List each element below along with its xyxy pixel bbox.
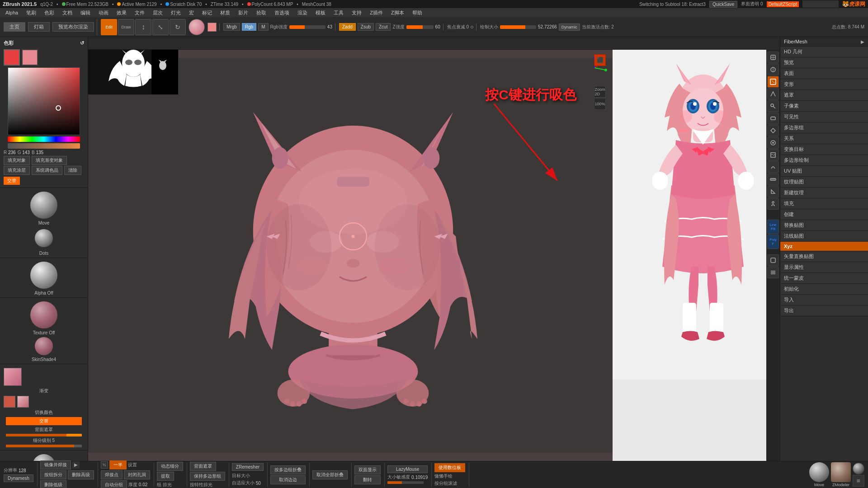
mrgb-button[interactable]: Mrgb [223,23,240,31]
tab-lightbox[interactable]: 灯箱 [28,22,50,32]
menu-layer[interactable]: 层次 [149,9,166,17]
menu-effects[interactable]: 效果 [113,9,130,17]
move-tool-sphere[interactable] [809,462,829,482]
auto-sub-btn[interactable]: 自动分组 [101,480,127,488]
bg-filter-slider[interactable] [6,434,81,436]
dynamic-button[interactable]: Dynamic [559,23,580,31]
model-viewport[interactable]: 按C键进行吸色 [88,50,613,461]
menu-movie[interactable]: 影片 [235,9,252,17]
menu-render[interactable]: 渲染 [294,9,311,17]
display-attrs-btn[interactable]: 显示属性 [780,262,868,273]
menu-zplugin[interactable]: Z插件 [366,9,387,17]
dynamic-sub-btn[interactable]: 动态细分 [157,462,183,471]
quicksave-button[interactable]: QuickSave [709,1,737,8]
fill-gradient-button[interactable]: 填充渐变对象 [32,156,67,165]
tool-rt-7[interactable] [767,125,779,136]
delete-low-btn[interactable]: 删除低级 [40,480,66,488]
zadd-button[interactable]: Zadd [339,23,356,31]
menu-brush[interactable]: 笔刷 [23,9,40,17]
texture-map-btn[interactable]: 纹理贴图 [780,177,868,188]
mirror-collapse-btn[interactable]: ▶ [72,461,80,469]
rotate-button[interactable]: ↻ [170,19,186,35]
menu-zscript[interactable]: Z脚本 [387,9,408,17]
keep-multi-btn[interactable]: 保持多边形组 [190,472,225,481]
zoom-button[interactable]: ⬛ [594,54,606,66]
hue-slider[interactable] [8,136,80,142]
menu-pick[interactable]: 拾取 [253,9,270,17]
poly-groups-btn[interactable]: 多边形组 [780,122,868,133]
fill-btn-right[interactable]: 填充 [780,198,868,209]
fibermesh-arrow[interactable]: ▶ [861,39,864,44]
alpha-slider[interactable] [8,143,80,149]
menu-template[interactable]: 模板 [312,9,329,17]
tool-rt-6[interactable] [767,113,779,124]
linefill-btn[interactable]: LineFill [767,220,779,234]
mask-btn[interactable]: 遮罩 [780,90,868,101]
main-canvas[interactable]: 按C键进行吸色 [88,50,766,461]
size-sensitivity-slider[interactable] [387,481,424,484]
material-sphere[interactable] [35,337,53,355]
rgb-button[interactable]: Rgb [242,23,256,31]
menu-document[interactable]: 文档 [59,9,76,17]
texture-sphere[interactable] [30,301,57,328]
tool-rt-16[interactable] [767,267,779,278]
double-side-btn[interactable]: 双面显示 [354,465,381,474]
back-face-btn[interactable]: 背面遮罩 [190,462,216,471]
bg-color-btn[interactable] [17,396,29,408]
color-swatch-2[interactable] [208,23,217,32]
mirror-merge-btn[interactable]: 镜像并焊接 [40,460,71,469]
tool-rt-2[interactable] [767,64,779,75]
fill-object-button[interactable]: 填充对象 [4,156,30,165]
m-button[interactable]: M [258,23,268,31]
hd-geo-btn[interactable]: HD 几何 [780,47,868,57]
split-btn[interactable]: 按组拆分 [40,470,66,479]
remove-edge-btn[interactable]: 取消边边 [270,475,306,484]
menu-prefs[interactable]: 首选项 [271,9,293,17]
gradient-swatch[interactable] [4,368,22,386]
system-adjust-button[interactable]: 系统调色品 [32,166,62,175]
scale-button[interactable]: ⤡ [152,19,169,35]
dots-brush-sphere[interactable] [35,229,53,247]
color-sphere[interactable] [189,19,205,35]
zcut-button[interactable]: Zcut [376,23,391,31]
zmodeler-sphere[interactable] [831,462,851,482]
tool-rt-5[interactable] [767,100,779,112]
move-button[interactable]: ↕ [135,19,151,35]
adjacent-fold-btn[interactable]: 按多边组折叠 [270,465,306,474]
menu-material[interactable]: 材质 [217,9,234,17]
refresh-icon[interactable]: ↺ [80,40,84,46]
draw-size-slider[interactable] [500,25,536,29]
uv-map-btn[interactable]: UV 贴图 [780,166,868,177]
draw-button[interactable]: Draw [118,19,134,35]
subdivision-slider[interactable] [6,445,81,447]
menu-support[interactable]: 支持 [348,9,365,17]
unified-skin-btn[interactable]: 统一蒙皮 [780,273,868,284]
deform-btn[interactable]: 变形 [780,79,868,90]
init-btn[interactable]: 初始化 [780,284,868,295]
menu-help[interactable]: 帮助 [409,9,426,17]
transform-target-btn[interactable]: 变换目标 [780,144,868,155]
sub-pixel-btn[interactable]: 子像素 [780,101,868,112]
relation-btn[interactable]: 关系 [780,133,868,144]
vector-map-btn[interactable]: 矢量直换贴图 [780,251,868,262]
delete-high-btn[interactable]: 删除高级 [68,470,94,479]
new-texture-btn[interactable]: 新建纹理 [780,188,868,198]
visibility-btn[interactable]: 可见性 [780,112,868,122]
tool-rt-8[interactable] [767,137,779,149]
tool-rt-9[interactable] [767,149,779,161]
half-active-btn[interactable]: 一半 [109,460,127,469]
zremesher-btn[interactable]: ZRemesher [232,463,264,471]
alpha-sphere[interactable] [30,262,57,289]
tab-preview[interactable]: 预览布尔渲染 [52,22,94,32]
menu-light[interactable]: 灯光 [167,9,184,17]
poly-btn[interactable]: PolyF [767,235,779,249]
tool-rt-12[interactable] [767,186,779,197]
dynamesh-btn[interactable]: Dynamesh [4,474,33,482]
brush-sphere[interactable] [30,192,57,219]
step-btn[interactable]: ⊞ [853,475,864,487]
replace-map-btn[interactable]: 替换贴图 [780,220,868,231]
weld-points-btn[interactable]: 焊接点 [101,470,123,479]
exchange-button[interactable]: 交替 [4,177,20,185]
preview-btn[interactable]: 预览 [780,57,868,68]
create-btn[interactable]: 创建 [780,209,868,220]
